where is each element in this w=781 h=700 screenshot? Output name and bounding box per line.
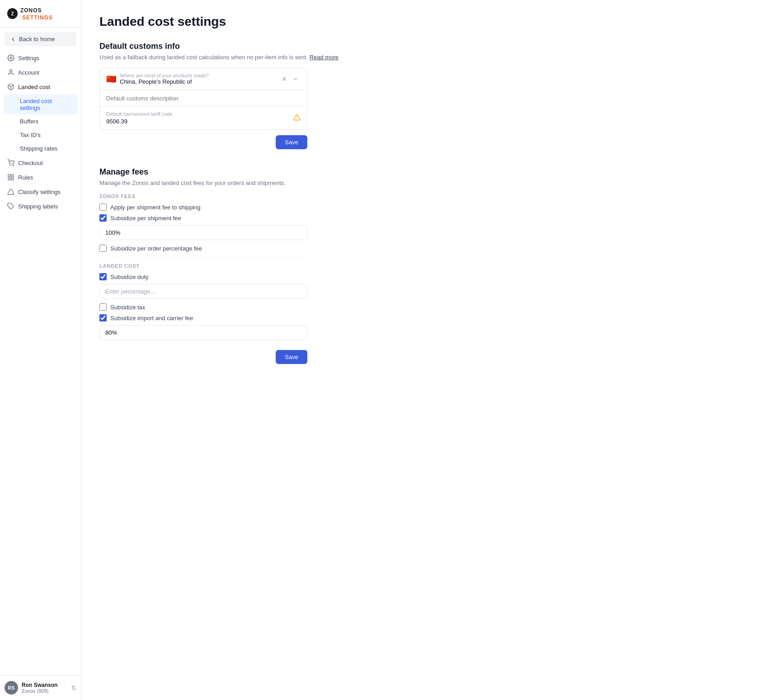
sidebar-sub-item-shipping-rates[interactable]: Shipping rates [4,142,77,155]
customs-save-row: Save [99,135,307,149]
sidebar-sub-item-tax-ids[interactable]: Tax ID's [4,128,77,142]
svg-point-0 [10,57,12,59]
logo-icon: Z [7,8,18,19]
svg-point-1 [9,70,12,72]
sidebar-item-rules[interactable]: Rules [0,170,81,184]
customs-info-title: Default customs info [99,42,763,51]
sidebar-item-settings[interactable]: Settings [0,51,81,65]
subsidize-tax-checkbox[interactable] [99,303,107,311]
warning-icon [293,114,301,123]
box-icon [7,83,14,90]
avatar: RS [5,681,18,695]
main-content: Landed cost settings Default customs inf… [81,0,781,700]
landed-cost-fees-label: LANDED COST [99,263,763,269]
customs-description-field [100,90,307,107]
grid-icon [7,174,14,181]
subsidize-import-input[interactable] [99,325,307,340]
read-more-link[interactable]: Read more [310,54,339,61]
subsidize-import-row: Subsidize import and carrier fee [99,314,763,322]
manage-fees-section: Manage fees Manage the Zonos and landed … [99,167,763,364]
sidebar-item-classify-settings[interactable]: Classify settings [0,184,81,199]
sidebar-item-account[interactable]: Account [0,65,81,80]
customs-info-desc: Used as a fallback during landed cost ca… [99,54,763,61]
zonos-fees-label: ZONOS FEES [99,194,763,199]
svg-rect-7 [11,178,14,180]
svg-rect-5 [8,175,10,177]
subsidize-import-label[interactable]: Subsidize import and carrier fee [110,315,193,322]
customs-info-section: Default customs info Used as a fallback … [99,42,763,149]
sidebar-sub-item-landed-cost-settings[interactable]: Landed cost settings [4,95,77,114]
fees-save-row: Save [99,350,307,364]
sidebar-item-checkout[interactable]: Checkout [0,156,81,170]
subsidize-shipment-checkbox[interactable] [99,214,107,222]
sidebar-sub-item-buffers[interactable]: Buffers [4,115,77,128]
subsidize-tax-row: Subsidize tax [99,303,763,311]
manage-fees-desc: Manage the Zonos and landed cost fees fo… [99,180,763,186]
user-icon [7,69,14,76]
svg-rect-8 [8,178,10,180]
svg-point-4 [13,165,14,166]
subsidize-duty-row: Subsidize duty [99,273,763,280]
manage-fees-title: Manage fees [99,167,763,177]
customs-form-card: 🇨🇳 Where are most of your products made?… [99,68,307,130]
apply-shipment-row: Apply per shipment fee to shipping [99,203,763,211]
logo-text: ZONOS SETTINGS [20,6,74,21]
subsidize-order-label[interactable]: Subsidize per order percentage fee [110,245,202,252]
page-title: Landed cost settings [99,14,763,29]
sidebar-item-shipping-labels[interactable]: Shipping labels [0,199,81,213]
user-footer[interactable]: RS Ron Swanson Zonos (909) ⇅ [0,675,81,700]
sidebar: Z ZONOS SETTINGS Back to home Settings A… [0,0,81,700]
fees-save-button[interactable]: Save [276,350,307,364]
apply-shipment-label[interactable]: Apply per shipment fee to shipping [110,204,200,211]
svg-rect-6 [11,175,14,177]
subsidize-shipment-label[interactable]: Subsidize per shipment fee [110,215,181,222]
subsidize-order-row: Subsidize per order percentage fee [99,245,763,252]
subsidize-tax-label[interactable]: Subsidize tax [110,304,145,311]
tariff-code-input[interactable] [106,118,301,125]
triangle-icon [7,188,14,195]
country-dropdown-button[interactable] [291,75,301,83]
sidebar-item-landed-cost[interactable]: Landed cost [0,80,81,94]
enter-percentage-input[interactable] [99,284,307,299]
subsidize-duty-label[interactable]: Subsidize duty [110,274,149,280]
country-select[interactable]: 🇨🇳 Where are most of your products made?… [100,68,307,90]
tag-icon [7,203,14,210]
chevron-updown-icon: ⇅ [71,684,76,691]
cart-icon [7,159,14,166]
customs-description-input[interactable] [106,95,301,102]
svg-point-3 [9,165,10,166]
arrow-left-icon [10,36,16,43]
subsidize-import-checkbox[interactable] [99,314,107,322]
sidebar-logo: Z ZONOS SETTINGS [0,0,81,28]
tariff-code-field: Default harmonized tariff code [100,107,307,129]
chevron-down-icon [292,76,299,82]
apply-shipment-checkbox[interactable] [99,203,107,211]
subsidize-duty-checkbox[interactable] [99,273,107,280]
gear-icon [7,54,14,61]
country-clear-button[interactable]: ✕ [280,75,289,84]
back-to-home-button[interactable]: Back to home [5,32,76,46]
subsidize-order-checkbox[interactable] [99,245,107,252]
customs-save-button[interactable]: Save [276,135,307,149]
subsidize-shipment-row: Subsidize per shipment fee [99,214,763,222]
sidebar-nav: Settings Account Landed cost Landed cost… [0,49,81,675]
fees-divider [99,257,307,258]
country-flag: 🇨🇳 [106,74,116,84]
subsidize-shipment-input[interactable] [99,225,307,240]
